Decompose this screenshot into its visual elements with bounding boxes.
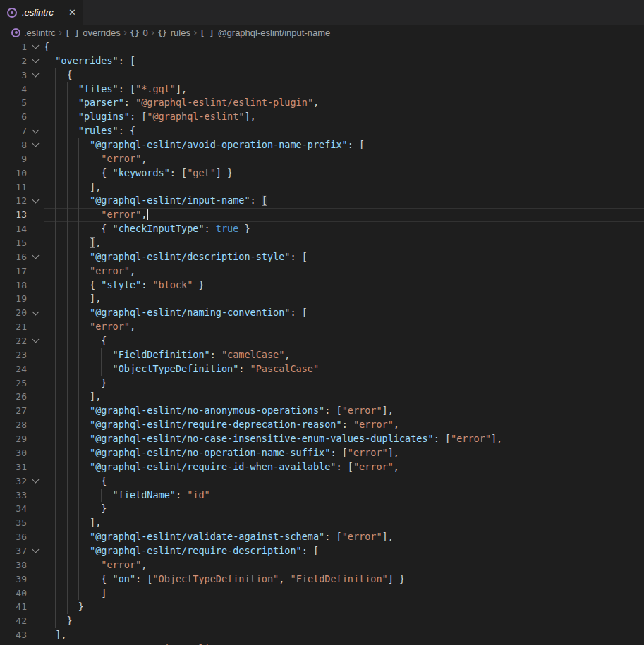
indent-guide <box>55 82 66 97</box>
line-number: 25 <box>0 376 27 391</box>
gutter: 15 <box>0 236 44 250</box>
code-token: : [ <box>130 111 147 122</box>
code-content: "@graphql-eslint/no-anonymous-operations… <box>44 404 644 418</box>
indent-guide <box>78 306 90 320</box>
code-token: : [ <box>135 573 152 584</box>
gutter: 31 <box>0 460 44 474</box>
indent-guide <box>78 474 90 489</box>
indent-space <box>44 614 55 628</box>
tab-eslintrc[interactable]: .eslintrc ✕ <box>0 0 83 25</box>
gutter: 8 <box>0 138 44 152</box>
line-number: 19 <box>0 292 27 306</box>
indent-guide <box>78 418 90 432</box>
breadcrumb-item[interactable]: .eslintrc <box>11 27 56 38</box>
code-token: : [ <box>290 307 307 318</box>
breadcrumb-label: 0 <box>143 27 148 38</box>
code-token: : <box>124 97 135 108</box>
indent-guide <box>67 110 78 124</box>
fold-chevron-icon[interactable] <box>32 546 39 553</box>
fold-chevron-icon[interactable] <box>32 70 39 78</box>
breadcrumb-item[interactable]: {}rules <box>157 27 190 38</box>
indent-guide <box>67 489 78 503</box>
tab-bar: .eslintrc ✕ <box>0 0 644 25</box>
fold-chevron-icon[interactable] <box>32 308 39 315</box>
code-token: , <box>95 237 101 248</box>
indent-space <box>44 138 55 152</box>
code-token: "ObjectTypeDefinition" <box>152 573 279 584</box>
code-line: 8 "@graphql-eslint/avoid-operation-name-… <box>0 138 644 152</box>
code-token: ] <box>90 237 95 248</box>
indent-guide <box>55 124 66 138</box>
gutter: 37 <box>0 544 44 558</box>
breadcrumb-item[interactable]: [ ]overrides <box>65 27 120 38</box>
fold-column <box>27 460 44 474</box>
fold-chevron-icon[interactable] <box>32 196 39 203</box>
indent-space <box>44 292 55 306</box>
fold-chevron-icon[interactable] <box>32 252 39 259</box>
line-number: 32 <box>0 474 27 489</box>
code-line: 36 "@graphql-eslint/validate-against-sch… <box>0 530 644 544</box>
code-content: "@graphql-eslint/input-name": [ <box>44 194 644 208</box>
line-number: 10 <box>0 166 27 180</box>
code-token: "@graphql-eslint" <box>147 111 244 122</box>
indent-space <box>44 502 55 516</box>
code-token: , <box>141 153 147 164</box>
line-number: 26 <box>0 390 27 404</box>
fold-chevron-icon[interactable] <box>32 336 39 343</box>
breadcrumb-separator: › <box>151 27 155 38</box>
indent-guide <box>67 600 78 614</box>
line-number: 36 <box>0 530 27 544</box>
indent-guide <box>67 418 78 432</box>
fold-chevron-icon[interactable] <box>32 56 39 63</box>
code-line: 2 "overrides": [ <box>0 54 644 68</box>
close-icon[interactable]: ✕ <box>68 8 76 17</box>
code-content: "@graphql-eslint/require-deprecation-rea… <box>44 418 644 432</box>
indent-space <box>44 334 55 348</box>
fold-column <box>27 320 44 334</box>
code-content: { "on": ["ObjectTypeDefinition", "FieldD… <box>44 572 644 586</box>
code-token: : <box>238 363 250 374</box>
code-line: 44 "parser": "@typescript-eslint/parser" <box>0 642 644 645</box>
code-token: "error" <box>101 559 141 570</box>
fold-column <box>27 586 44 601</box>
indent-guide <box>55 614 66 628</box>
code-line: 7 "rules": { <box>0 124 644 138</box>
indent-space <box>44 124 55 138</box>
code-token: ] } <box>388 573 405 584</box>
fold-chevron-icon[interactable] <box>32 126 39 133</box>
line-number: 1 <box>0 40 27 54</box>
indent-guide <box>67 250 78 264</box>
fold-column <box>27 474 44 489</box>
line-number: 35 <box>0 516 27 530</box>
code-content: "@graphql-eslint/no-operation-name-suffi… <box>44 446 644 460</box>
indent-guide <box>90 348 101 362</box>
indent-space <box>44 600 55 614</box>
indent-guide <box>78 516 90 530</box>
gutter: 18 <box>0 278 44 293</box>
indent-space <box>44 390 55 404</box>
code-token: : [ <box>336 461 353 472</box>
fold-column <box>27 236 44 250</box>
indent-space <box>44 82 55 97</box>
line-number: 2 <box>0 54 27 68</box>
indent-guide <box>78 236 90 250</box>
code-editor[interactable]: 1 { 2 "overrides": [ 3 { 4 "files": ["*.… <box>0 40 644 645</box>
line-number: 43 <box>0 628 27 642</box>
indent-space <box>44 642 55 645</box>
indent-guide <box>78 180 90 195</box>
gutter: 4 <box>0 82 44 97</box>
fold-chevron-icon[interactable] <box>32 477 39 484</box>
line-number: 13 <box>0 208 27 222</box>
indent-space <box>44 208 55 222</box>
fold-chevron-icon[interactable] <box>32 140 39 147</box>
line-number: 22 <box>0 334 27 348</box>
fold-chevron-icon[interactable] <box>32 42 39 49</box>
breadcrumb-item[interactable]: {}0 <box>130 27 147 38</box>
breadcrumb-item[interactable]: [ ]@graphql-eslint/input-name <box>200 27 331 38</box>
line-number: 31 <box>0 460 27 474</box>
code-line: 4 "files": ["*.gql"], <box>0 82 644 97</box>
line-number: 17 <box>0 264 27 278</box>
code-token: "error" <box>348 447 388 458</box>
code-token: "camelCase" <box>221 349 284 360</box>
indent-guide <box>90 502 101 516</box>
